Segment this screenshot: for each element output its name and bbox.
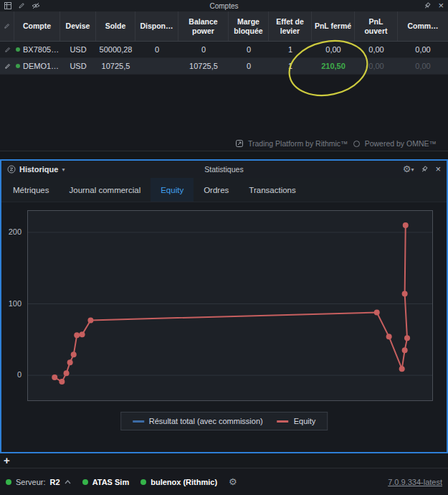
cell-devise: USD	[60, 58, 96, 74]
version-link[interactable]: 7.0.9.334-latest	[388, 478, 442, 486]
tab-journal-commercial[interactable]: Journal commercial	[59, 178, 151, 202]
history-dropdown[interactable]: Historique ▾	[7, 165, 65, 174]
equity-point	[74, 332, 80, 338]
rithmic-text: Trading Platform by Rithmic™	[248, 139, 348, 148]
edit-column-header	[0, 11, 14, 41]
close-icon[interactable]: ×	[438, 2, 444, 9]
equity-point	[80, 331, 85, 337]
cell-marge-bloquee: 0	[229, 42, 269, 57]
connection-atas-sim[interactable]: ATAS Sim	[82, 478, 130, 486]
equity-point	[402, 291, 408, 297]
column-header-compte[interactable]: Compte	[14, 11, 60, 41]
chart-legend: Résultat total (avec commission) Equity	[120, 412, 328, 430]
eye-hidden-icon[interactable]	[32, 2, 40, 9]
cell-compte: DEMO1…	[14, 58, 60, 74]
column-header-effet-levier[interactable]: Effet de levier	[269, 11, 312, 41]
settings-gear-icon[interactable]: ⚙▾	[403, 165, 414, 174]
result-total-swatch	[133, 420, 144, 423]
cell-pnl-ouvert: 0,00	[355, 58, 398, 74]
y-axis-tick-label: 0	[17, 370, 22, 379]
cell-compte: BX7805…	[14, 42, 60, 57]
statistics-panel-title: Statistiques	[1, 165, 447, 174]
column-header-dispon[interactable]: Dispon…	[135, 11, 178, 41]
accounts-panel: Comptes × Compte Devise Solde Dispon… Ba…	[0, 0, 448, 151]
legend-item-equity[interactable]: Equity	[277, 417, 316, 425]
server-label: Serveur:	[16, 478, 46, 486]
accounts-table-header: Compte Devise Solde Dispon… Balance powe…	[0, 11, 448, 42]
equity-point	[402, 347, 408, 353]
status-bar: Serveur: R2 ATAS Sim bulenox (Rithmic) ⚙…	[0, 468, 448, 495]
accounts-panel-title: Comptes	[0, 2, 448, 10]
add-panel-button[interactable]: +	[4, 455, 10, 466]
equity-point	[374, 309, 380, 315]
connection-status-dot	[16, 64, 20, 68]
column-header-marge-bloquee[interactable]: Marge bloquée	[229, 11, 269, 41]
connection-bulenox[interactable]: bulenox (Rithmic)	[140, 478, 217, 486]
cell-solde: 50000,28	[96, 42, 135, 57]
tab-ordres[interactable]: Ordres	[194, 178, 239, 202]
cell-balance-power: 0	[178, 42, 229, 57]
connection-status-dot	[82, 479, 88, 485]
equity-chart-plot	[27, 210, 433, 401]
connection-status-dot	[16, 47, 20, 52]
pin-icon[interactable]	[424, 2, 431, 9]
connection-name: ATAS Sim	[92, 478, 130, 486]
chevron-down-icon: ▾	[62, 166, 65, 173]
server-status-dot	[6, 479, 11, 485]
server-selector[interactable]: Serveur: R2	[6, 478, 71, 486]
close-icon[interactable]: ×	[435, 166, 441, 173]
chevron-up-icon[interactable]	[65, 480, 71, 484]
panel-tab-strip: +	[0, 453, 448, 468]
equity-point	[386, 334, 392, 339]
cell-dispon	[135, 58, 178, 74]
column-header-balance-power[interactable]: Balance power	[178, 11, 229, 41]
column-header-solde[interactable]: Solde	[96, 11, 135, 41]
tab-equity[interactable]: Equity	[151, 178, 194, 202]
equity-point	[59, 379, 65, 385]
historique-panel-icon	[7, 165, 16, 174]
cell-pnl-ouvert: 0,00	[355, 42, 398, 57]
account-name: BX7805…	[23, 45, 59, 54]
statistics-titlebar: Historique ▾ Statistiques ⚙▾ ×	[1, 161, 447, 178]
tab-transactions[interactable]: Transactions	[239, 178, 305, 202]
equity-point	[67, 359, 73, 365]
cell-dispon: 0	[135, 42, 178, 57]
connection-name: bulenox (Rithmic)	[151, 478, 217, 486]
equity-point	[403, 222, 409, 228]
cell-solde: 10725,5	[96, 58, 135, 74]
cell-pnl-ferme: 210,50	[312, 58, 355, 74]
equity-swatch	[277, 420, 289, 423]
legend-item-result-total[interactable]: Résultat total (avec commission)	[133, 417, 263, 425]
platform-footer: Trading Platform by Rithmic™ Powered by …	[236, 139, 437, 148]
omne-logo-icon	[353, 141, 360, 147]
y-axis: 0100200	[1, 202, 26, 410]
cell-balance-power: 10725,5	[178, 58, 229, 74]
column-header-comm[interactable]: Comm…	[398, 11, 448, 41]
account-row[interactable]: BX7805… USD 50000,28 0 0 0 1 0,00 0,00 0…	[0, 42, 448, 58]
account-row[interactable]: DEMO1… USD 10725,5 10725,5 0 1 210,50 0,…	[0, 58, 448, 75]
connections-settings-icon[interactable]: ⚙	[229, 478, 237, 486]
account-name: DEMO1…	[23, 62, 59, 70]
edit-account-icon[interactable]	[0, 58, 14, 74]
cell-pnl-ferme: 0,00	[312, 42, 355, 57]
column-header-pnl-ferme[interactable]: PnL fermé	[312, 11, 355, 41]
equity-chart-region: 0100200 Résultat total (avec commission)…	[1, 202, 447, 452]
equity-point	[404, 335, 410, 341]
pin-icon[interactable]	[421, 166, 428, 173]
edit-account-icon[interactable]	[0, 42, 14, 57]
cell-effet-levier: 1	[269, 42, 312, 57]
equity-point	[87, 317, 93, 323]
statistics-panel: Historique ▾ Statistiques ⚙▾ × Métriques…	[0, 159, 448, 453]
statistics-tabs: Métriques Journal commercial Equity Ordr…	[1, 178, 447, 202]
legend-label-result-total: Résultat total (avec commission)	[149, 417, 263, 425]
cell-effet-levier: 1	[269, 58, 312, 74]
pencil-icon[interactable]	[18, 2, 25, 9]
column-header-devise[interactable]: Devise	[60, 11, 96, 41]
connection-status-dot	[140, 479, 146, 485]
equity-point	[71, 352, 77, 357]
history-dropdown-label: Historique	[19, 165, 58, 174]
equity-point	[52, 374, 57, 380]
tab-metriques[interactable]: Métriques	[3, 178, 59, 202]
table-icon[interactable]	[4, 2, 11, 9]
column-header-pnl-ouvert[interactable]: PnL ouvert	[355, 11, 398, 41]
